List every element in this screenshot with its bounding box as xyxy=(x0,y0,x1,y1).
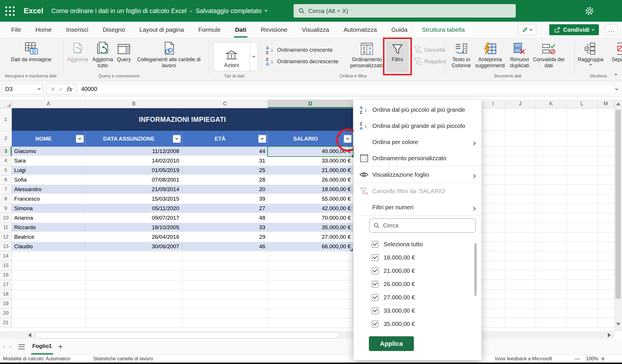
ribbon-tab[interactable]: Visualizza xyxy=(295,22,336,38)
row-header[interactable]: 11 xyxy=(0,223,12,232)
cell-eta[interactable]: 46 xyxy=(182,242,268,251)
row-header[interactable]: 10 xyxy=(0,213,12,223)
menu-item-sort-largest-to-smallest[interactable]: ZA↓ Ordina dal più grande al più piccolo xyxy=(354,118,481,134)
cell-nome[interactable]: Arianna xyxy=(12,213,85,222)
row-header[interactable]: 16 xyxy=(0,270,12,280)
filter-value-option[interactable]: 35.000,00 € xyxy=(354,317,481,331)
zoom-level[interactable]: 100% xyxy=(586,355,598,363)
dati-da-immagine-button[interactable]: Dati da immagine xyxy=(9,40,53,73)
cell-eta[interactable]: 39 xyxy=(182,194,268,203)
more-options-button[interactable]: … xyxy=(605,24,618,35)
row-header[interactable]: 12 xyxy=(0,232,12,242)
cell-salario[interactable]: 33.000,00 € xyxy=(268,156,353,165)
row-header[interactable]: 18 xyxy=(0,290,12,299)
cell-eta[interactable]: 20 xyxy=(182,185,268,194)
cell-nome[interactable]: Sofia xyxy=(12,175,85,184)
cell-eta[interactable]: 48 xyxy=(182,213,268,222)
ribbon-tab[interactable]: Disegno xyxy=(96,22,132,38)
cell-data-assunzione[interactable]: 05/11/2020 xyxy=(85,204,182,213)
row-header[interactable]: 4 xyxy=(0,156,12,166)
scroll-down-icon[interactable] xyxy=(616,323,621,326)
header-cell-nome[interactable]: NOME xyxy=(12,131,85,147)
cell-eta[interactable]: 29 xyxy=(182,232,268,241)
settings-button[interactable] xyxy=(584,5,595,17)
cell-eta[interactable]: 28 xyxy=(182,175,268,184)
share-button[interactable]: Condividi xyxy=(549,24,599,35)
cell-nome[interactable]: Sara xyxy=(12,156,85,165)
column-header-a[interactable]: A xyxy=(12,100,85,108)
filter-search-box[interactable] xyxy=(369,219,476,233)
header-cell-data-assunzione[interactable]: DATA ASSUNZIONE xyxy=(85,131,182,147)
ribbon-tab[interactable]: Dati xyxy=(228,22,254,38)
filter-list-scrollbar-thumb[interactable] xyxy=(474,243,477,296)
cell-nome[interactable]: Simona xyxy=(12,204,85,213)
cell-nome[interactable]: Beatrice xyxy=(12,232,85,241)
column-header-d[interactable]: D xyxy=(268,100,353,108)
ribbon-tab[interactable]: Revisione xyxy=(254,22,295,38)
add-sheet-button[interactable]: + xyxy=(58,342,63,351)
testo-in-colonne-button[interactable]: Testo in Colonne xyxy=(447,40,476,73)
cell-nome[interactable]: Luigi xyxy=(12,166,85,175)
cell-eta[interactable]: 31 xyxy=(182,156,268,165)
chevron-down-icon[interactable] xyxy=(265,9,268,12)
search-bar[interactable] xyxy=(294,4,516,18)
cell-data-assunzione[interactable]: 11/12/2008 xyxy=(85,147,182,156)
ribbon-tab[interactable]: Inserisci xyxy=(59,22,96,38)
column-header-j[interactable]: J xyxy=(505,100,536,108)
cell-eta[interactable]: 33 xyxy=(182,223,268,232)
app-launcher-icon[interactable] xyxy=(5,6,15,16)
ribbon-tab[interactable]: Formule xyxy=(191,22,228,38)
aggiorna-tutto-button[interactable]: Aggiorna tutto xyxy=(91,40,115,73)
row-header[interactable]: 9 xyxy=(0,204,12,213)
zoom-out-button[interactable]: — xyxy=(574,355,580,363)
vertical-scrollbar-thumb[interactable] xyxy=(615,110,621,299)
cell-data-assunzione[interactable]: 18/10/2005 xyxy=(85,223,182,232)
ribbon-tab[interactable]: Automatizza xyxy=(336,22,384,38)
search-input[interactable] xyxy=(308,8,515,14)
horizontal-scrollbar-thumb[interactable] xyxy=(35,332,339,338)
insert-function-icon[interactable]: fx xyxy=(66,86,72,93)
cell-salario[interactable]: 27.000,00 € xyxy=(268,232,353,241)
row-header[interactable]: 14 xyxy=(0,251,12,261)
formula-input[interactable]: 40000 xyxy=(77,84,615,94)
checkbox-checked-icon[interactable] xyxy=(372,268,378,274)
ribbon-tab[interactable]: Struttura tabella xyxy=(415,22,472,38)
next-sheet-icon[interactable] xyxy=(9,345,12,348)
column-header-l[interactable]: L xyxy=(567,100,597,108)
cell-eta[interactable]: 27 xyxy=(182,204,268,213)
checkbox-checked-icon[interactable] xyxy=(372,307,378,314)
sort-descending-button[interactable]: ZA↓ Ordinamento decrescente xyxy=(266,57,339,66)
aggiorna-button[interactable]: Aggiorna xyxy=(65,40,90,73)
previous-sheet-icon[interactable] xyxy=(3,345,6,348)
menu-item-custom-sort[interactable]: ↓↑ Ordinamento personalizzato xyxy=(354,150,481,166)
azioni-split-button[interactable]: Azioni xyxy=(213,42,258,71)
sheet-list-icon[interactable] xyxy=(18,344,25,349)
row-header[interactable]: 21 xyxy=(0,318,12,328)
rimuovi-duplicati-button[interactable]: Rimuovi duplicati xyxy=(506,40,533,73)
column-header-m[interactable]: M xyxy=(597,100,614,108)
sort-ascending-button[interactable]: AZ↓ Ordinamento crescente xyxy=(266,45,333,55)
azioni-main[interactable]: Azioni xyxy=(213,42,250,71)
checkbox-checked-icon[interactable] xyxy=(372,281,378,288)
cell-salario[interactable]: 21.000,00 € xyxy=(268,166,353,175)
row-header[interactable]: 15 xyxy=(0,261,12,270)
custom-sort-button[interactable]: ZAAZ Ordinamento personalizzato xyxy=(349,40,384,73)
calc-mode-status[interactable]: Modalità di calcolo: Automatico xyxy=(3,355,70,363)
document-title-area[interactable]: Come ordinare i dati in un foglio di cal… xyxy=(51,0,267,22)
empty-grid-area-right[interactable] xyxy=(481,147,614,328)
cell-salario[interactable]: 55.000,00 € xyxy=(268,194,353,203)
expand-formula-bar-icon[interactable] xyxy=(615,87,618,90)
cell-data-assunzione[interactable]: 21/09/2014 xyxy=(85,185,182,194)
checkbox-checked-icon[interactable] xyxy=(372,294,378,301)
zoom-in-button[interactable]: + xyxy=(601,355,605,363)
cell-salario[interactable]: 26.000,00 € xyxy=(268,175,353,184)
row-header[interactable]: 8 xyxy=(0,194,12,204)
filter-value-option[interactable]: Seleziona tutto xyxy=(354,238,481,251)
filter-value-option[interactable]: 27.000,00 € xyxy=(354,291,481,304)
column-header-i[interactable]: I xyxy=(481,100,505,108)
checkbox-checked-icon[interactable] xyxy=(372,241,378,248)
collapse-ribbon-icon[interactable] xyxy=(614,74,617,76)
row-header[interactable]: 7 xyxy=(0,185,12,194)
table-resize-handle[interactable] xyxy=(350,249,353,251)
cell-data-assunzione[interactable]: 09/07/2017 xyxy=(85,213,182,222)
